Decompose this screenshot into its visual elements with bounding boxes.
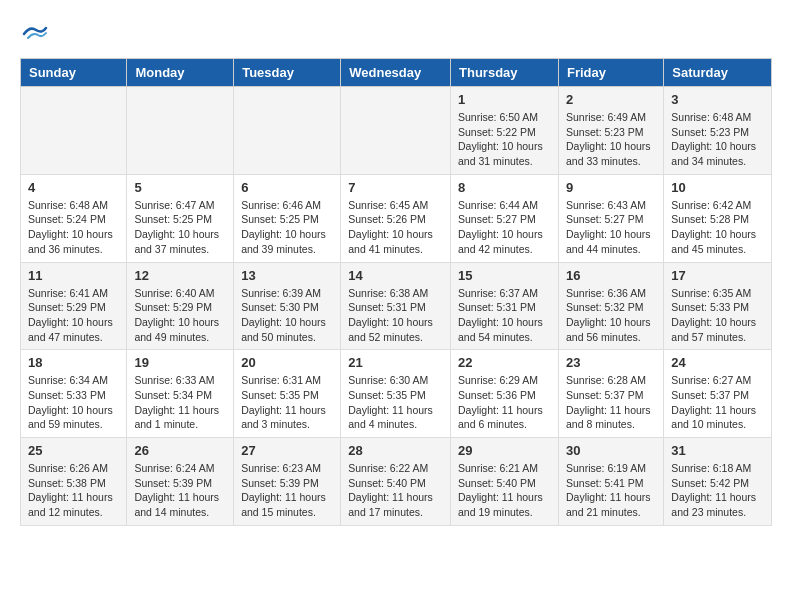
day-number: 28 [348, 443, 443, 458]
day-number: 3 [671, 92, 764, 107]
day-number: 6 [241, 180, 333, 195]
day-number: 27 [241, 443, 333, 458]
day-number: 23 [566, 355, 656, 370]
calendar-cell [234, 87, 341, 175]
calendar-week-3: 11Sunrise: 6:41 AM Sunset: 5:29 PM Dayli… [21, 262, 772, 350]
day-number: 1 [458, 92, 551, 107]
calendar-cell: 4Sunrise: 6:48 AM Sunset: 5:24 PM Daylig… [21, 174, 127, 262]
calendar-cell: 22Sunrise: 6:29 AM Sunset: 5:36 PM Dayli… [451, 350, 559, 438]
day-number: 26 [134, 443, 226, 458]
logo [20, 20, 52, 48]
day-content: Sunrise: 6:50 AM Sunset: 5:22 PM Dayligh… [458, 110, 551, 169]
calendar-cell: 13Sunrise: 6:39 AM Sunset: 5:30 PM Dayli… [234, 262, 341, 350]
calendar-cell: 11Sunrise: 6:41 AM Sunset: 5:29 PM Dayli… [21, 262, 127, 350]
day-number: 21 [348, 355, 443, 370]
weekday-thursday: Thursday [451, 59, 559, 87]
day-number: 15 [458, 268, 551, 283]
page-header [20, 20, 772, 48]
calendar-cell: 24Sunrise: 6:27 AM Sunset: 5:37 PM Dayli… [664, 350, 772, 438]
day-number: 17 [671, 268, 764, 283]
day-content: Sunrise: 6:40 AM Sunset: 5:29 PM Dayligh… [134, 286, 226, 345]
day-number: 9 [566, 180, 656, 195]
calendar-cell: 15Sunrise: 6:37 AM Sunset: 5:31 PM Dayli… [451, 262, 559, 350]
day-content: Sunrise: 6:26 AM Sunset: 5:38 PM Dayligh… [28, 461, 119, 520]
calendar-week-1: 1Sunrise: 6:50 AM Sunset: 5:22 PM Daylig… [21, 87, 772, 175]
day-number: 31 [671, 443, 764, 458]
day-content: Sunrise: 6:37 AM Sunset: 5:31 PM Dayligh… [458, 286, 551, 345]
day-content: Sunrise: 6:48 AM Sunset: 5:24 PM Dayligh… [28, 198, 119, 257]
day-content: Sunrise: 6:49 AM Sunset: 5:23 PM Dayligh… [566, 110, 656, 169]
calendar-body: 1Sunrise: 6:50 AM Sunset: 5:22 PM Daylig… [21, 87, 772, 526]
day-number: 5 [134, 180, 226, 195]
calendar-cell: 19Sunrise: 6:33 AM Sunset: 5:34 PM Dayli… [127, 350, 234, 438]
weekday-tuesday: Tuesday [234, 59, 341, 87]
calendar-header: SundayMondayTuesdayWednesdayThursdayFrid… [21, 59, 772, 87]
day-content: Sunrise: 6:29 AM Sunset: 5:36 PM Dayligh… [458, 373, 551, 432]
day-number: 16 [566, 268, 656, 283]
weekday-monday: Monday [127, 59, 234, 87]
day-number: 12 [134, 268, 226, 283]
day-content: Sunrise: 6:30 AM Sunset: 5:35 PM Dayligh… [348, 373, 443, 432]
day-content: Sunrise: 6:47 AM Sunset: 5:25 PM Dayligh… [134, 198, 226, 257]
day-content: Sunrise: 6:38 AM Sunset: 5:31 PM Dayligh… [348, 286, 443, 345]
day-number: 13 [241, 268, 333, 283]
day-number: 2 [566, 92, 656, 107]
calendar-cell: 28Sunrise: 6:22 AM Sunset: 5:40 PM Dayli… [341, 438, 451, 526]
day-content: Sunrise: 6:39 AM Sunset: 5:30 PM Dayligh… [241, 286, 333, 345]
day-content: Sunrise: 6:33 AM Sunset: 5:34 PM Dayligh… [134, 373, 226, 432]
day-content: Sunrise: 6:28 AM Sunset: 5:37 PM Dayligh… [566, 373, 656, 432]
calendar-cell: 20Sunrise: 6:31 AM Sunset: 5:35 PM Dayli… [234, 350, 341, 438]
calendar-cell: 17Sunrise: 6:35 AM Sunset: 5:33 PM Dayli… [664, 262, 772, 350]
calendar-cell [127, 87, 234, 175]
day-content: Sunrise: 6:48 AM Sunset: 5:23 PM Dayligh… [671, 110, 764, 169]
day-number: 10 [671, 180, 764, 195]
calendar-cell: 21Sunrise: 6:30 AM Sunset: 5:35 PM Dayli… [341, 350, 451, 438]
day-content: Sunrise: 6:22 AM Sunset: 5:40 PM Dayligh… [348, 461, 443, 520]
day-content: Sunrise: 6:21 AM Sunset: 5:40 PM Dayligh… [458, 461, 551, 520]
day-number: 29 [458, 443, 551, 458]
logo-icon [20, 20, 48, 48]
day-content: Sunrise: 6:43 AM Sunset: 5:27 PM Dayligh… [566, 198, 656, 257]
calendar-week-4: 18Sunrise: 6:34 AM Sunset: 5:33 PM Dayli… [21, 350, 772, 438]
calendar-cell: 23Sunrise: 6:28 AM Sunset: 5:37 PM Dayli… [558, 350, 663, 438]
day-content: Sunrise: 6:45 AM Sunset: 5:26 PM Dayligh… [348, 198, 443, 257]
day-content: Sunrise: 6:27 AM Sunset: 5:37 PM Dayligh… [671, 373, 764, 432]
day-number: 11 [28, 268, 119, 283]
day-number: 14 [348, 268, 443, 283]
calendar-cell: 31Sunrise: 6:18 AM Sunset: 5:42 PM Dayli… [664, 438, 772, 526]
calendar-cell: 8Sunrise: 6:44 AM Sunset: 5:27 PM Daylig… [451, 174, 559, 262]
calendar-cell: 6Sunrise: 6:46 AM Sunset: 5:25 PM Daylig… [234, 174, 341, 262]
calendar-week-5: 25Sunrise: 6:26 AM Sunset: 5:38 PM Dayli… [21, 438, 772, 526]
calendar-cell: 18Sunrise: 6:34 AM Sunset: 5:33 PM Dayli… [21, 350, 127, 438]
day-content: Sunrise: 6:41 AM Sunset: 5:29 PM Dayligh… [28, 286, 119, 345]
day-content: Sunrise: 6:44 AM Sunset: 5:27 PM Dayligh… [458, 198, 551, 257]
calendar-cell: 30Sunrise: 6:19 AM Sunset: 5:41 PM Dayli… [558, 438, 663, 526]
day-number: 22 [458, 355, 551, 370]
calendar-cell: 27Sunrise: 6:23 AM Sunset: 5:39 PM Dayli… [234, 438, 341, 526]
day-number: 25 [28, 443, 119, 458]
weekday-friday: Friday [558, 59, 663, 87]
calendar-cell: 9Sunrise: 6:43 AM Sunset: 5:27 PM Daylig… [558, 174, 663, 262]
calendar-cell: 7Sunrise: 6:45 AM Sunset: 5:26 PM Daylig… [341, 174, 451, 262]
day-content: Sunrise: 6:24 AM Sunset: 5:39 PM Dayligh… [134, 461, 226, 520]
calendar-cell: 2Sunrise: 6:49 AM Sunset: 5:23 PM Daylig… [558, 87, 663, 175]
day-number: 4 [28, 180, 119, 195]
day-content: Sunrise: 6:31 AM Sunset: 5:35 PM Dayligh… [241, 373, 333, 432]
day-number: 24 [671, 355, 764, 370]
day-content: Sunrise: 6:36 AM Sunset: 5:32 PM Dayligh… [566, 286, 656, 345]
day-content: Sunrise: 6:35 AM Sunset: 5:33 PM Dayligh… [671, 286, 764, 345]
weekday-wednesday: Wednesday [341, 59, 451, 87]
calendar-cell: 16Sunrise: 6:36 AM Sunset: 5:32 PM Dayli… [558, 262, 663, 350]
weekday-saturday: Saturday [664, 59, 772, 87]
calendar-cell: 3Sunrise: 6:48 AM Sunset: 5:23 PM Daylig… [664, 87, 772, 175]
calendar-week-2: 4Sunrise: 6:48 AM Sunset: 5:24 PM Daylig… [21, 174, 772, 262]
calendar-cell: 1Sunrise: 6:50 AM Sunset: 5:22 PM Daylig… [451, 87, 559, 175]
day-number: 19 [134, 355, 226, 370]
calendar-cell: 29Sunrise: 6:21 AM Sunset: 5:40 PM Dayli… [451, 438, 559, 526]
weekday-sunday: Sunday [21, 59, 127, 87]
day-number: 8 [458, 180, 551, 195]
day-number: 18 [28, 355, 119, 370]
day-number: 30 [566, 443, 656, 458]
day-content: Sunrise: 6:34 AM Sunset: 5:33 PM Dayligh… [28, 373, 119, 432]
day-content: Sunrise: 6:23 AM Sunset: 5:39 PM Dayligh… [241, 461, 333, 520]
